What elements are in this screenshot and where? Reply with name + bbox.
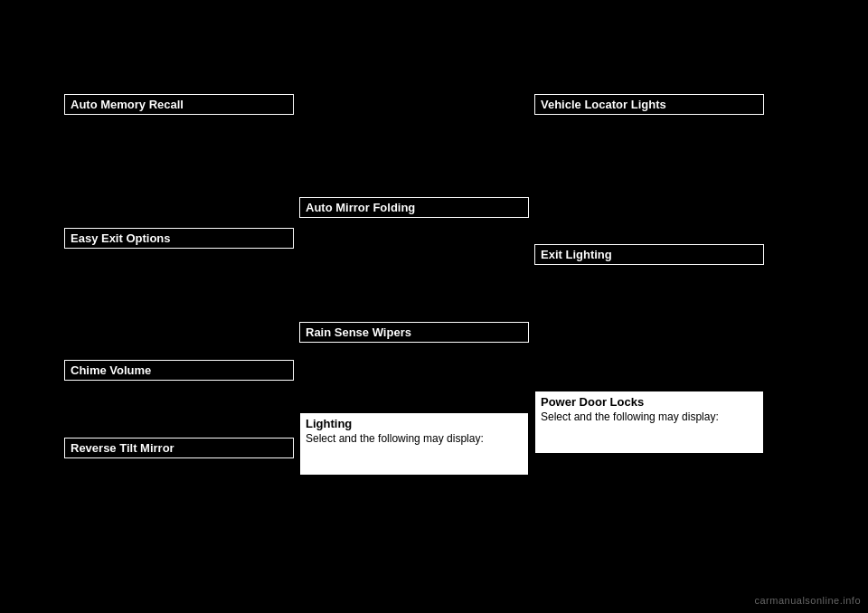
lighting-title: Lighting xyxy=(306,417,523,430)
easy-exit-options: Easy Exit Options xyxy=(64,228,294,249)
watermark: carmanualsonline.info xyxy=(754,595,861,606)
page-content: Auto Memory RecallVehicle Locator Lights… xyxy=(0,0,868,613)
auto-memory-recall: Auto Memory Recall xyxy=(64,94,294,115)
power-door-locks-title: Power Door Locks xyxy=(541,395,758,409)
auto-mirror-folding: Auto Mirror Folding xyxy=(299,197,529,218)
vehicle-locator-lights: Vehicle Locator Lights xyxy=(534,94,764,115)
power-door-locks: Power Door LocksSelect and the following… xyxy=(534,391,764,454)
exit-lighting: Exit Lighting xyxy=(534,244,764,265)
reverse-tilt-mirror: Reverse Tilt Mirror xyxy=(64,438,294,458)
rain-sense-wipers: Rain Sense Wipers xyxy=(299,322,529,343)
lighting-body: Select and the following may display: xyxy=(306,432,484,445)
lighting: LightingSelect and the following may dis… xyxy=(299,412,529,476)
power-door-locks-body: Select and the following may display: xyxy=(541,410,719,423)
chime-volume: Chime Volume xyxy=(64,360,294,381)
